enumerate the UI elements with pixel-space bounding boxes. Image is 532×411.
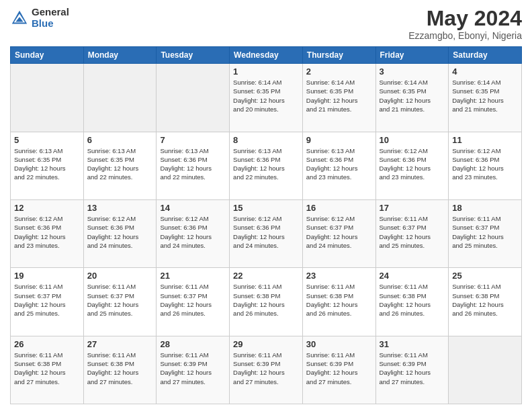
day-info: Sunrise: 6:11 AM Sunset: 6:38 PM Dayligh… (14, 351, 80, 386)
calendar-cell: 22Sunrise: 6:11 AM Sunset: 6:38 PM Dayli… (230, 268, 303, 336)
day-number: 31 (380, 339, 445, 349)
week-row-3: 12Sunrise: 6:12 AM Sunset: 6:36 PM Dayli… (11, 199, 522, 267)
calendar-cell: 2Sunrise: 6:14 AM Sunset: 6:35 PM Daylig… (302, 64, 375, 132)
calendar-cell: 7Sunrise: 6:13 AM Sunset: 6:36 PM Daylig… (157, 132, 230, 199)
logo-icon (10, 9, 29, 28)
calendar-cell (11, 64, 84, 132)
day-number: 25 (452, 271, 518, 281)
day-number: 23 (306, 271, 372, 281)
day-number: 28 (160, 339, 226, 349)
day-info: Sunrise: 6:11 AM Sunset: 6:38 PM Dayligh… (233, 282, 299, 318)
day-info: Sunrise: 6:13 AM Sunset: 6:36 PM Dayligh… (233, 146, 299, 182)
calendar-cell: 8Sunrise: 6:13 AM Sunset: 6:36 PM Daylig… (230, 132, 303, 199)
month-title: May 2024 (408, 7, 522, 30)
week-row-4: 19Sunrise: 6:11 AM Sunset: 6:37 PM Dayli… (11, 268, 522, 336)
day-info: Sunrise: 6:13 AM Sunset: 6:36 PM Dayligh… (306, 146, 372, 182)
calendar-cell: 12Sunrise: 6:12 AM Sunset: 6:36 PM Dayli… (11, 199, 84, 267)
day-number: 29 (233, 339, 299, 349)
day-info: Sunrise: 6:11 AM Sunset: 6:39 PM Dayligh… (160, 351, 226, 386)
day-number: 1 (233, 66, 299, 77)
calendar-cell (157, 64, 230, 132)
calendar-cell: 1Sunrise: 6:14 AM Sunset: 6:35 PM Daylig… (230, 64, 303, 132)
calendar-cell (449, 336, 522, 404)
day-number: 26 (14, 339, 80, 349)
calendar-cell: 23Sunrise: 6:11 AM Sunset: 6:38 PM Dayli… (302, 268, 375, 336)
calendar-cell: 3Sunrise: 6:14 AM Sunset: 6:35 PM Daylig… (375, 64, 449, 132)
day-info: Sunrise: 6:12 AM Sunset: 6:36 PM Dayligh… (380, 146, 445, 182)
day-info: Sunrise: 6:13 AM Sunset: 6:35 PM Dayligh… (87, 146, 153, 182)
day-info: Sunrise: 6:11 AM Sunset: 6:38 PM Dayligh… (87, 351, 153, 386)
day-info: Sunrise: 6:13 AM Sunset: 6:36 PM Dayligh… (160, 146, 226, 182)
day-number: 15 (233, 203, 299, 213)
calendar-cell: 14Sunrise: 6:12 AM Sunset: 6:36 PM Dayli… (157, 199, 230, 267)
logo-text: General Blue (32, 7, 69, 29)
day-number: 7 (160, 135, 226, 145)
day-number: 27 (87, 339, 153, 349)
day-info: Sunrise: 6:11 AM Sunset: 6:38 PM Dayligh… (380, 282, 445, 318)
day-info: Sunrise: 6:11 AM Sunset: 6:38 PM Dayligh… (306, 282, 372, 318)
calendar-cell: 16Sunrise: 6:12 AM Sunset: 6:37 PM Dayli… (302, 199, 375, 267)
day-number: 17 (380, 203, 445, 213)
week-row-1: 1Sunrise: 6:14 AM Sunset: 6:35 PM Daylig… (11, 64, 522, 132)
calendar-cell: 4Sunrise: 6:14 AM Sunset: 6:35 PM Daylig… (449, 64, 522, 132)
day-info: Sunrise: 6:11 AM Sunset: 6:37 PM Dayligh… (87, 282, 153, 318)
calendar-container: General Blue May 2024 Ezzamgbo, Ebonyi, … (0, 0, 532, 411)
day-number: 16 (306, 203, 372, 213)
location: Ezzamgbo, Ebonyi, Nigeria (408, 30, 522, 41)
calendar-cell: 27Sunrise: 6:11 AM Sunset: 6:38 PM Dayli… (83, 336, 157, 404)
header-day-tuesday: Tuesday (157, 47, 230, 64)
day-number: 12 (14, 203, 80, 213)
day-info: Sunrise: 6:11 AM Sunset: 6:37 PM Dayligh… (452, 214, 518, 250)
day-number: 4 (452, 66, 518, 77)
day-info: Sunrise: 6:14 AM Sunset: 6:35 PM Dayligh… (233, 78, 299, 113)
calendar-cell: 20Sunrise: 6:11 AM Sunset: 6:37 PM Dayli… (83, 268, 157, 336)
day-info: Sunrise: 6:11 AM Sunset: 6:37 PM Dayligh… (380, 214, 445, 250)
day-info: Sunrise: 6:14 AM Sunset: 6:35 PM Dayligh… (306, 78, 372, 113)
header-day-wednesday: Wednesday (230, 47, 303, 64)
day-number: 5 (14, 135, 80, 145)
day-number: 6 (87, 135, 153, 145)
day-info: Sunrise: 6:11 AM Sunset: 6:38 PM Dayligh… (452, 282, 518, 318)
day-number: 18 (452, 203, 518, 213)
calendar-cell (83, 64, 157, 132)
day-number: 11 (452, 135, 518, 145)
calendar-cell: 9Sunrise: 6:13 AM Sunset: 6:36 PM Daylig… (302, 132, 375, 199)
calendar-cell: 28Sunrise: 6:11 AM Sunset: 6:39 PM Dayli… (157, 336, 230, 404)
calendar-cell: 29Sunrise: 6:11 AM Sunset: 6:39 PM Dayli… (230, 336, 303, 404)
day-number: 24 (380, 271, 445, 281)
header-row: SundayMondayTuesdayWednesdayThursdayFrid… (11, 47, 522, 64)
day-info: Sunrise: 6:11 AM Sunset: 6:37 PM Dayligh… (160, 282, 226, 318)
calendar-table: SundayMondayTuesdayWednesdayThursdayFrid… (10, 46, 522, 404)
header-day-sunday: Sunday (11, 47, 84, 64)
calendar-cell: 26Sunrise: 6:11 AM Sunset: 6:38 PM Dayli… (11, 336, 84, 404)
header-day-thursday: Thursday (302, 47, 375, 64)
day-number: 13 (87, 203, 153, 213)
day-info: Sunrise: 6:12 AM Sunset: 6:36 PM Dayligh… (452, 146, 518, 182)
title-block: May 2024 Ezzamgbo, Ebonyi, Nigeria (408, 7, 522, 41)
calendar-cell: 6Sunrise: 6:13 AM Sunset: 6:35 PM Daylig… (83, 132, 157, 199)
calendar-cell: 25Sunrise: 6:11 AM Sunset: 6:38 PM Dayli… (449, 268, 522, 336)
day-info: Sunrise: 6:12 AM Sunset: 6:36 PM Dayligh… (160, 214, 226, 250)
day-info: Sunrise: 6:11 AM Sunset: 6:39 PM Dayligh… (233, 351, 299, 386)
day-info: Sunrise: 6:11 AM Sunset: 6:39 PM Dayligh… (380, 351, 445, 386)
day-info: Sunrise: 6:14 AM Sunset: 6:35 PM Dayligh… (452, 78, 518, 113)
calendar-cell: 10Sunrise: 6:12 AM Sunset: 6:36 PM Dayli… (375, 132, 449, 199)
header-day-monday: Monday (83, 47, 157, 64)
calendar-cell: 13Sunrise: 6:12 AM Sunset: 6:36 PM Dayli… (83, 199, 157, 267)
logo-general-text: General (32, 7, 69, 18)
day-info: Sunrise: 6:11 AM Sunset: 6:39 PM Dayligh… (306, 351, 372, 386)
day-number: 30 (306, 339, 372, 349)
calendar-cell: 31Sunrise: 6:11 AM Sunset: 6:39 PM Dayli… (375, 336, 449, 404)
calendar-cell: 30Sunrise: 6:11 AM Sunset: 6:39 PM Dayli… (302, 336, 375, 404)
day-number: 10 (380, 135, 445, 145)
day-number: 9 (306, 135, 372, 145)
day-number: 22 (233, 271, 299, 281)
calendar-cell: 15Sunrise: 6:12 AM Sunset: 6:36 PM Dayli… (230, 199, 303, 267)
day-info: Sunrise: 6:12 AM Sunset: 6:37 PM Dayligh… (306, 214, 372, 250)
day-number: 2 (306, 66, 372, 77)
day-number: 19 (14, 271, 80, 281)
calendar-cell: 18Sunrise: 6:11 AM Sunset: 6:37 PM Dayli… (449, 199, 522, 267)
day-number: 3 (380, 66, 445, 77)
header-day-friday: Friday (375, 47, 449, 64)
calendar-cell: 17Sunrise: 6:11 AM Sunset: 6:37 PM Dayli… (375, 199, 449, 267)
